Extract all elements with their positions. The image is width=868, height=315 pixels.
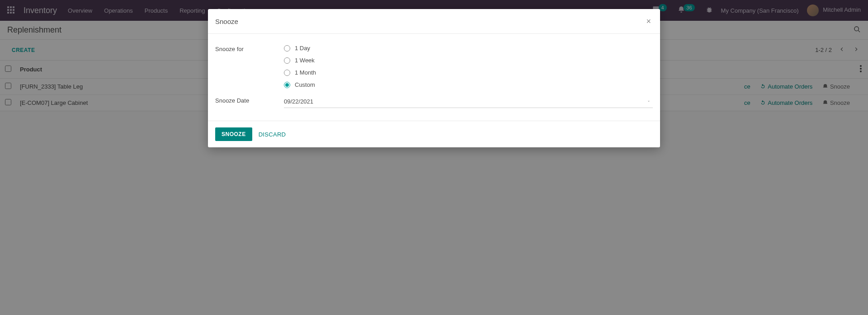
radio-icon: [284, 57, 290, 64]
snooze-for-options: 1 Day 1 Week 1 Month Custom: [284, 45, 653, 88]
snooze-date-label: Snooze Date: [215, 96, 284, 108]
modal-title: Snooze: [215, 18, 238, 25]
snooze-for-label: Snooze for: [215, 45, 284, 88]
discard-button[interactable]: DISCARD: [259, 131, 286, 138]
snooze-option-1month[interactable]: 1 Month: [284, 69, 653, 76]
snooze-option-1week[interactable]: 1 Week: [284, 57, 653, 64]
snooze-option-custom[interactable]: Custom: [284, 81, 653, 88]
snooze-option-1day[interactable]: 1 Day: [284, 45, 653, 52]
snooze-modal: Snooze × Snooze for 1 Day 1 Week: [208, 9, 660, 147]
close-icon[interactable]: ×: [644, 15, 653, 27]
radio-icon: [284, 82, 290, 88]
snooze-button[interactable]: SNOOZE: [215, 127, 252, 141]
radio-icon: [284, 45, 290, 52]
snooze-date-input[interactable]: [284, 96, 653, 108]
radio-icon: [284, 70, 290, 76]
